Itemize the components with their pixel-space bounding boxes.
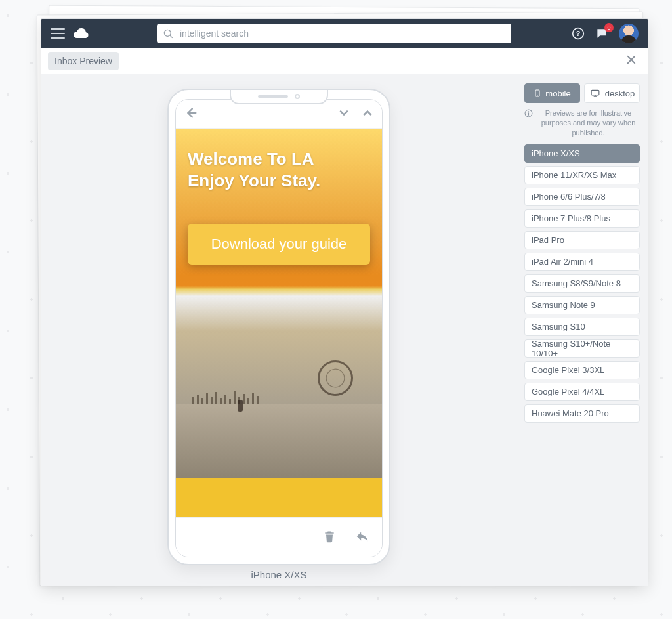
device-option[interactable]: Google Pixel 3/3XL bbox=[524, 361, 640, 379]
svg-rect-7 bbox=[528, 112, 529, 115]
device-option[interactable]: iPhone 7 Plus/8 Plus bbox=[524, 209, 640, 228]
disclaimer: Previews are for illustrative purposes a… bbox=[524, 108, 640, 138]
mobile-icon bbox=[534, 88, 541, 98]
device-option[interactable]: Samsung S10+/Note 10/10+ bbox=[524, 339, 640, 358]
device-option[interactable]: iPhone 6/6 Plus/7/8 bbox=[524, 188, 640, 206]
email-headline: Welcome To LA Enjoy Your Stay. bbox=[188, 148, 370, 191]
device-screen: Welcome To LA Enjoy Your Stay. Download … bbox=[175, 99, 383, 557]
search-icon bbox=[163, 29, 173, 39]
desktop-toggle[interactable]: desktop bbox=[584, 83, 640, 103]
side-panel: mobile desktop Previews are for illustra… bbox=[516, 74, 648, 586]
device-option[interactable]: iPad Pro bbox=[524, 231, 640, 249]
download-guide-button[interactable]: Download your guide bbox=[188, 224, 370, 265]
search-input[interactable] bbox=[178, 28, 505, 39]
notifications-icon[interactable]: 0 bbox=[595, 27, 608, 40]
search-bar[interactable] bbox=[157, 24, 511, 43]
device-notch bbox=[230, 90, 328, 104]
svg-rect-4 bbox=[591, 90, 599, 95]
app-window: ? 0 Inbox Preview bbox=[41, 18, 648, 586]
avatar[interactable] bbox=[619, 24, 639, 43]
device-list: iPhone X/XSiPhone 11/XR/XS MaxiPhone 6/6… bbox=[524, 144, 640, 423]
chevron-down-icon[interactable] bbox=[337, 106, 350, 122]
device-option[interactable]: Google Pixel 4/4XL bbox=[524, 383, 640, 401]
device-frame: Welcome To LA Enjoy Your Stay. Download … bbox=[167, 89, 390, 565]
email-toolbar-bottom bbox=[176, 517, 382, 557]
device-option[interactable]: Samsung S10 bbox=[524, 318, 640, 336]
back-icon[interactable] bbox=[184, 106, 198, 123]
svg-text:?: ? bbox=[576, 30, 581, 37]
help-icon[interactable]: ? bbox=[572, 27, 585, 40]
page-title: Inbox Preview bbox=[48, 52, 119, 70]
notification-badge: 0 bbox=[604, 23, 614, 32]
email-footer-band bbox=[176, 478, 382, 517]
device-option[interactable]: iPhone X/XS bbox=[524, 144, 640, 163]
body: Welcome To LA Enjoy Your Stay. Download … bbox=[41, 74, 648, 586]
svg-point-6 bbox=[528, 111, 529, 112]
svg-point-3 bbox=[537, 95, 538, 96]
info-icon bbox=[524, 109, 533, 117]
disclaimer-text: Previews are for illustrative purposes a… bbox=[537, 108, 640, 138]
reply-icon[interactable] bbox=[354, 529, 370, 546]
device-option[interactable]: iPad Air 2/mini 4 bbox=[524, 253, 640, 271]
mobile-toggle[interactable]: mobile bbox=[524, 83, 580, 103]
sub-bar: Inbox Preview bbox=[41, 48, 648, 74]
view-toggle: mobile desktop bbox=[524, 83, 640, 103]
trash-icon[interactable] bbox=[323, 529, 336, 546]
device-option[interactable]: Samsung Note 9 bbox=[524, 296, 640, 314]
hero-illustration bbox=[176, 282, 382, 478]
preview-canvas: Welcome To LA Enjoy Your Stay. Download … bbox=[41, 74, 516, 586]
email-hero: Welcome To LA Enjoy Your Stay. Download … bbox=[176, 129, 382, 478]
menu-icon[interactable] bbox=[51, 28, 65, 39]
mobile-toggle-label: mobile bbox=[545, 89, 570, 98]
device-caption: iPhone X/XS bbox=[251, 569, 306, 580]
close-icon[interactable] bbox=[621, 50, 641, 72]
desktop-toggle-label: desktop bbox=[605, 89, 635, 98]
nav-right: ? 0 bbox=[572, 24, 639, 43]
desktop-icon bbox=[589, 89, 601, 98]
device-option[interactable]: Huawei Mate 20 Pro bbox=[524, 404, 640, 423]
top-nav: ? 0 bbox=[41, 19, 648, 48]
cloud-logo-icon[interactable] bbox=[73, 28, 90, 39]
device-option[interactable]: iPhone 11/XR/XS Max bbox=[524, 166, 640, 184]
device-option[interactable]: Samsung S8/S9/Note 8 bbox=[524, 274, 640, 293]
chevron-up-icon[interactable] bbox=[361, 106, 374, 122]
